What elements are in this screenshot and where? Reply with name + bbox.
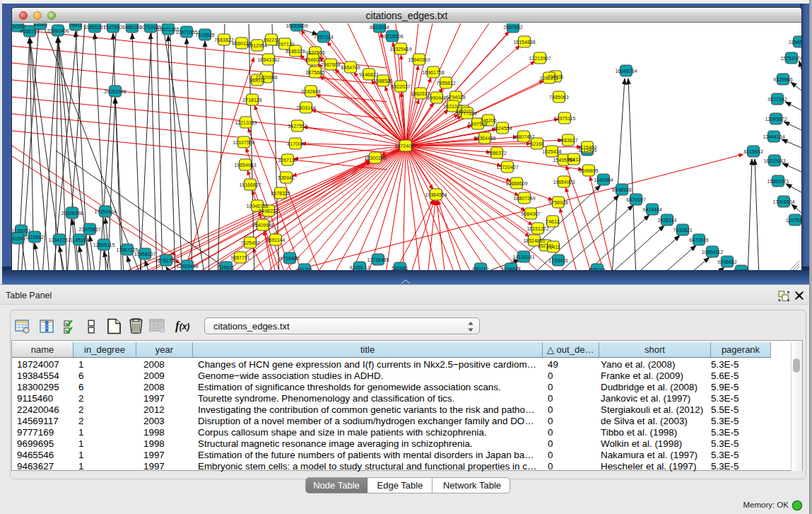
svg-text:3824554: 3824554 — [493, 126, 512, 131]
svg-text:7485063: 7485063 — [549, 95, 568, 100]
svg-text:12975115: 12975115 — [554, 116, 576, 121]
svg-text:10671355: 10671355 — [175, 30, 197, 35]
svg-text:9474444: 9474444 — [642, 207, 661, 212]
svg-text:10807487: 10807487 — [512, 134, 534, 139]
svg-text:7663822: 7663822 — [214, 37, 233, 42]
svg-text:17016504: 17016504 — [772, 199, 794, 204]
svg-text:92450 12: 92450 12 — [349, 265, 370, 270]
svg-text:2718126: 2718126 — [242, 98, 261, 103]
svg-text:1621022: 1621022 — [443, 104, 462, 109]
svg-text:12505115: 12505115 — [93, 243, 115, 247]
svg-text:16543362: 16543362 — [257, 57, 279, 62]
svg-text:154600: 154600 — [305, 57, 321, 62]
svg-text:12444154: 12444154 — [763, 134, 784, 139]
svg-text:989011: 989011 — [249, 78, 266, 83]
svg-text:8322037: 8322037 — [391, 84, 410, 89]
svg-text:20206558: 20206558 — [61, 211, 83, 216]
svg-text:16648784: 16648784 — [615, 69, 637, 74]
svg-text:1025438: 1025438 — [542, 149, 561, 154]
svg-text:192230: 192230 — [263, 37, 279, 42]
svg-text:1691144: 1691144 — [266, 238, 286, 243]
svg-text:566881: 566881 — [392, 266, 408, 271]
svg-text:17359924: 17359924 — [94, 209, 116, 214]
svg-text:8678335: 8678335 — [271, 191, 290, 196]
svg-text:190557: 190557 — [12, 24, 26, 29]
svg-text:417004: 417004 — [287, 141, 303, 146]
svg-text:7632621: 7632621 — [673, 228, 692, 233]
svg-text:8912954: 8912954 — [247, 43, 266, 48]
svg-text:18524851: 18524851 — [523, 238, 545, 243]
svg-text:19166827: 19166827 — [239, 182, 261, 187]
svg-text:9329966: 9329966 — [773, 77, 792, 82]
svg-text:746206: 746206 — [480, 118, 496, 123]
svg-text:93585: 93585 — [33, 23, 47, 27]
svg-text:21411: 21411 — [547, 245, 560, 250]
svg-text:7955812: 7955812 — [436, 81, 455, 86]
svg-text:10325419: 10325419 — [389, 47, 411, 52]
svg-text:29053346: 29053346 — [104, 89, 126, 94]
svg-text:20364436: 20364436 — [473, 136, 495, 141]
svg-text:16151372: 16151372 — [526, 226, 548, 231]
svg-text:1115682: 1115682 — [25, 235, 44, 240]
svg-text:431201: 431201 — [296, 267, 312, 271]
svg-text:12213967: 12213967 — [529, 56, 551, 61]
svg-text:1092211: 1092211 — [540, 76, 559, 81]
svg-text:845113: 845113 — [589, 267, 606, 271]
svg-text:15692971: 15692971 — [767, 179, 789, 184]
svg-text:9777169: 9777169 — [457, 111, 476, 116]
svg-text:19218506: 19218506 — [381, 34, 403, 39]
svg-text:15720407: 15720407 — [496, 165, 518, 170]
svg-text:1588520: 1588520 — [373, 78, 392, 83]
svg-text:104911: 104911 — [734, 269, 750, 271]
svg-text:7886372: 7886372 — [487, 151, 506, 156]
svg-text:1004642: 1004642 — [501, 267, 520, 271]
svg-text:62160: 62160 — [530, 141, 544, 146]
svg-text:1167534: 1167534 — [786, 218, 801, 223]
svg-text:10654112: 10654112 — [702, 250, 724, 255]
svg-text:4055712: 4055712 — [20, 29, 39, 34]
svg-text:2935114: 2935114 — [658, 218, 677, 223]
svg-text:15640910: 15640910 — [408, 57, 430, 62]
svg-text:9146821: 9146821 — [359, 72, 378, 77]
svg-text:6879197: 6879197 — [626, 197, 645, 202]
svg-text:23975867: 23975867 — [78, 227, 100, 232]
svg-text:8215933: 8215933 — [743, 149, 763, 154]
svg-text:19654923: 19654923 — [553, 180, 575, 185]
svg-text:15751074: 15751074 — [780, 56, 801, 61]
svg-text:680112: 680112 — [473, 267, 489, 271]
svg-text:16210643: 16210643 — [763, 158, 785, 163]
svg-text:8454749: 8454749 — [341, 65, 360, 70]
svg-text:25911: 25911 — [69, 23, 83, 28]
svg-text:16033809: 16033809 — [286, 23, 307, 28]
svg-text:13716485: 13716485 — [367, 257, 389, 262]
svg-text:16782759: 16782759 — [155, 258, 177, 263]
svg-text:2967608: 2967608 — [321, 62, 340, 67]
svg-text:12213369: 12213369 — [235, 120, 257, 125]
svg-text:16154838: 16154838 — [513, 40, 535, 45]
svg-text:96411: 96411 — [567, 157, 581, 162]
svg-text:8990448: 8990448 — [427, 95, 446, 100]
svg-text:1145194: 1145194 — [70, 238, 89, 243]
svg-text:12923448: 12923448 — [176, 264, 198, 269]
svg-text:18807249: 18807249 — [513, 196, 535, 201]
svg-text:12093872: 12093872 — [765, 117, 787, 122]
svg-text:9245652: 9245652 — [717, 259, 736, 264]
svg-text:10958107: 10958107 — [134, 252, 155, 257]
svg-text:391541: 391541 — [12, 236, 26, 241]
svg-text:9699695: 9699695 — [579, 168, 598, 173]
svg-text:6794028: 6794028 — [446, 95, 465, 100]
svg-text:7625402: 7625402 — [240, 240, 259, 245]
svg-text:3267130: 3267130 — [275, 42, 294, 47]
svg-text:15409948: 15409948 — [252, 223, 273, 228]
svg-text:19384554: 19384554 — [425, 192, 447, 197]
svg-text:535941: 535941 — [278, 175, 294, 180]
svg-text:9463627: 9463627 — [558, 138, 577, 143]
svg-text:9327505: 9327505 — [305, 50, 324, 55]
svg-text:3875685: 3875685 — [305, 70, 324, 75]
svg-text:9084067: 9084067 — [521, 211, 540, 216]
svg-text:12342757: 12342757 — [48, 238, 70, 243]
svg-text:8938928: 8938928 — [612, 187, 631, 192]
svg-text:8471676: 8471676 — [689, 238, 708, 243]
svg-text:1640954: 1640954 — [594, 177, 613, 182]
svg-text:9115460: 9115460 — [578, 145, 597, 150]
